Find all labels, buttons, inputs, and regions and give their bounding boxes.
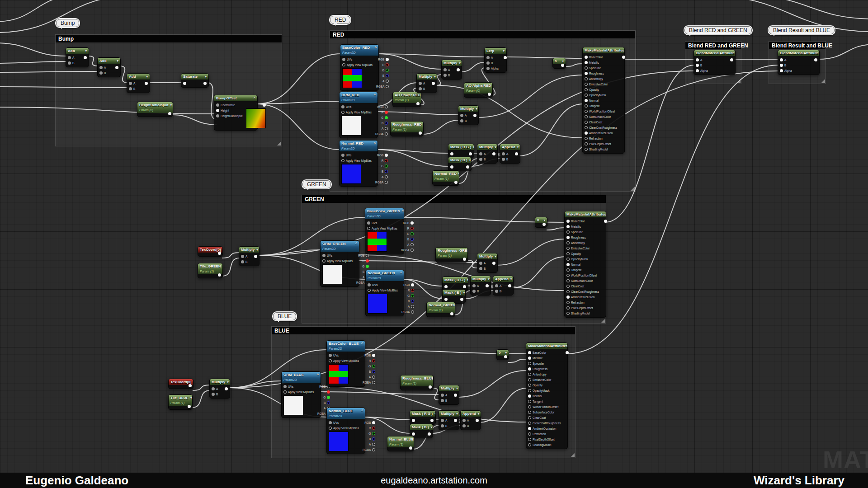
bubble-layer: BumpREDGREENBLUEBlend RED and GREENBlend… (0, 0, 868, 488)
comment-bubble: BLUE (272, 311, 297, 321)
watermark-text: MAT (823, 446, 868, 474)
footer-bar: Eugenio Galdeano eugaldeano.artstation.c… (0, 473, 868, 488)
bubble-tail (59, 25, 64, 32)
comment-bubble: Bump (55, 18, 80, 28)
comment-bubble: Blend RED and GREEN (684, 25, 753, 35)
bubble-tail (771, 32, 777, 39)
bubble-tail (276, 318, 281, 325)
graph-canvas[interactable]: BumpREDGREENBLUEBlend RED and GREENBlend… (0, 0, 868, 488)
artstation-url: eugaldeano.artstation.com (0, 475, 868, 486)
comment-bubble: RED (329, 15, 351, 25)
comment-bubble-label: Blend Result and BLUE (769, 26, 835, 34)
comment-bubble: Blend Result and BLUE (768, 25, 835, 35)
comment-bubble-label: Blend RED and GREEN (684, 26, 752, 34)
bubble-tail (305, 186, 311, 193)
comment-bubble: GREEN (302, 179, 332, 189)
bubble-tail (333, 22, 338, 28)
bubble-tail (687, 32, 693, 39)
